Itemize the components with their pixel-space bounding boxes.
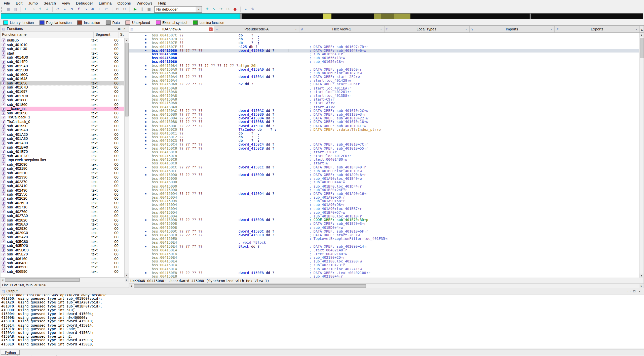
listing-line[interactable]: bss:004150C8; start↑w (129, 162, 643, 165)
functions-window-icon[interactable]: f (76, 6, 82, 12)
segments-icon[interactable]: ▭ (104, 6, 110, 12)
functions-titlebar[interactable]: ▤ Functions ▭ × (1, 26, 129, 32)
pause-process-icon[interactable]: ∥ (139, 6, 145, 12)
function-row[interactable]: fsub_402930.text00 (1, 227, 129, 231)
listing-line[interactable]: bss:004150A8?? ?? ?? ??n2 dd ?; DATA XRE… (129, 83, 643, 86)
function-row[interactable]: fsub_4014F0.text00 (1, 60, 129, 64)
tab-imports[interactable]: ↘Imports× (470, 26, 555, 32)
function-row[interactable]: fnullsub.text00 (1, 38, 129, 42)
maximize-button[interactable]: □ (632, 289, 637, 293)
debugger-select[interactable]: No debugger ▾ (154, 6, 202, 13)
toolbar-grip[interactable] (1, 7, 3, 12)
listing-line[interactable]: bss:004150A4; start:loc_401428↑w (129, 79, 643, 83)
listing-line[interactable]: bss:004150D0; sub_401BF0:loc_401DF4↑r (129, 184, 643, 188)
listing-line[interactable]: bss:0041507D??db ? ; (129, 37, 643, 41)
breakpoint-icon[interactable]: ● (232, 6, 238, 12)
undo-icon[interactable]: ↺ (114, 6, 121, 12)
function-row[interactable]: fsub_401656.text00 (1, 81, 129, 85)
function-row[interactable]: fsub_405C80.text00 (1, 239, 129, 244)
menu-file[interactable]: File (1, 0, 13, 6)
save-desktop-icon[interactable]: ▦ (5, 6, 12, 12)
run-until-return-icon[interactable]: ↦ (225, 6, 231, 12)
listing-line[interactable]: bss:004150D4; sub_401A90+68↑r (129, 199, 643, 203)
function-row[interactable]: fsub_402760.text00 (1, 209, 129, 214)
function-row[interactable]: fsub_402180.text00 (1, 167, 129, 171)
function-row[interactable]: fsub_401697.text00 (1, 90, 129, 94)
function-row[interactable]: fsub_401010.text00 (1, 42, 129, 47)
function-row[interactable]: fsub_402370.text00 (1, 180, 129, 184)
listing-line[interactable]: bss:004150A8; start:loc_4013D8↑r (129, 94, 643, 98)
listing-line[interactable]: bss:004150C8?? ?? ?? ??dword_4150C8 dd ?… (129, 147, 643, 150)
listing-line[interactable]: bss:004150C2??db ? ; (129, 135, 643, 139)
scroll-left-icon[interactable]: ◀ (1, 278, 5, 282)
listing-line[interactable]: bss:004150CC; sub_401BF0:loc_401C10↑w (129, 169, 643, 173)
listing-line[interactable]: bss:004150AC?? ?? ?? ??dword_4150AC dd ?… (129, 109, 643, 113)
function-row[interactable]: fsub_402A20.text00 (1, 235, 129, 239)
scrollbar-thumb[interactable] (640, 38, 644, 58)
listing-line[interactable]: bss:004150A8; start:loc_401201↑r (129, 90, 643, 94)
listing-line[interactable]: bss:004150D4; sub_401A90:loc_401BB7↑r (129, 207, 643, 211)
search-next-icon[interactable]: » (62, 6, 68, 12)
listing-line[interactable]: bss:004150DC?? ?? ?? ??dword_4150DC dd ?… (129, 230, 643, 233)
scrollbar-thumb[interactable] (5, 278, 80, 282)
listing-line[interactable]: bss:004150B8?? ?? ?? ??dword_4150B8 dd ?… (129, 120, 643, 124)
menu-options[interactable]: Options (115, 0, 134, 6)
listing-line[interactable]: bss:004150E4?? ?? ?? ??Block dd ?; DATA … (129, 245, 643, 248)
close-button[interactable]: × (122, 26, 127, 31)
tab-python[interactable]: Python (1, 350, 20, 355)
listing-line[interactable]: bss:004150D0?? ?? ?? ??dword_4150D0 dd ?… (129, 173, 643, 177)
listing-line[interactable]: bss:004150D0; sub_401A90:loc_401B40↑w (129, 177, 643, 181)
menu-debugger[interactable]: Debugger (73, 0, 96, 6)
listing-line[interactable]: bss:004150C8; .text:004014B0↑w (129, 158, 643, 162)
windows-list-icon[interactable]: ▤ (12, 6, 19, 12)
function-row[interactable]: fsub_401A30.text00 (1, 137, 129, 141)
column-start[interactable]: St (119, 32, 129, 38)
listing-line[interactable]: bss:004150A4?? ?? ?? ??dword_4150A4 dd ?… (129, 75, 643, 79)
tab-ida-view-a[interactable]: ▤IDA View-A× (129, 26, 214, 32)
function-row[interactable]: fsub_402490.text00 (1, 188, 129, 192)
tab-close-icon[interactable]: × (294, 27, 298, 31)
tab-close-icon[interactable]: × (634, 27, 638, 31)
tab-close-icon[interactable]: × (379, 27, 383, 31)
listing-line[interactable]: bss:004150C3??db ? ; (129, 139, 643, 143)
jump-down-icon[interactable]: ↓ (44, 6, 50, 12)
listing-line[interactable]: bss:004150D8; sub_401ED0+4↑w (129, 226, 643, 230)
python-console-icon[interactable]: » (243, 6, 249, 12)
function-row[interactable]: fsub_401860.text00 (1, 102, 129, 107)
function-row[interactable]: fsub_402550.text00 (1, 192, 129, 197)
function-row[interactable]: fsub_401648.text00 (1, 77, 129, 81)
listing-line[interactable]: bss:004150C4?? ?? ?? ??dword_4150C4 dd ?… (129, 143, 643, 147)
menu-help[interactable]: Help (155, 0, 169, 6)
dropdown-arrow-icon[interactable]: ▾ (196, 6, 202, 12)
step-over-icon[interactable]: ↷ (218, 6, 224, 12)
listing-line[interactable]: bss:004150E4; sub_402210+73↑r (129, 263, 643, 267)
listing-line[interactable]: bss:004150E4; sub_402180+2D↑r (129, 256, 643, 260)
function-row[interactable]: fsub_401BF0.text00 (1, 145, 129, 149)
jump-forward-icon[interactable]: → (30, 6, 36, 12)
function-row[interactable]: fsub_405E70.text00 (1, 252, 129, 256)
menu-edit[interactable]: Edit (13, 0, 25, 6)
listing-line[interactable]: bss:004150D4; sub_401BF0+57↑w (129, 211, 643, 214)
jump-back-icon[interactable]: ← (23, 6, 29, 12)
scrollbar-thumb[interactable] (125, 43, 129, 117)
tab-exports[interactable]: ↗Exports× (555, 26, 640, 32)
listing-line[interactable]: bss:004150D4?? ?? ?? ??dword_4150D4 dd ?… (129, 192, 643, 196)
function-row[interactable]: fsub_40167D.text00 (1, 85, 129, 90)
listing-line[interactable]: bss:0041507F??n125 db ?; DATA XREF: sub_… (129, 45, 643, 49)
function-row[interactable]: fsub_402820.text00 (1, 218, 129, 222)
scroll-left-icon[interactable]: ◀ (129, 284, 133, 288)
console-input[interactable] (0, 346, 644, 348)
menu-lumina[interactable]: Lumina (96, 0, 115, 6)
listing-line[interactable]: bss:004150D4; sub_401A90+D8↑r (129, 203, 643, 207)
listing-line[interactable]: bss:004150C8; start-330↑r (129, 150, 643, 154)
column-function-name[interactable]: Function name (1, 32, 94, 38)
function-row[interactable]: fsub_4027A0.text00 (1, 214, 129, 218)
listing-line[interactable]: bss:004150A8; start:loc_4011EA↑r (129, 86, 643, 90)
functions-hscrollbar[interactable]: ◀ ▶ (1, 277, 129, 282)
listing-line[interactable]: bss:0041507C??db ? ; (129, 34, 643, 37)
jump-up-icon[interactable]: ↑ (37, 6, 43, 12)
function-row[interactable]: fsub_406590.text00 (1, 269, 129, 274)
enums-icon[interactable]: E (97, 6, 103, 12)
listing-line[interactable]: bss:00415080; sub_401656+18↑r (129, 60, 643, 64)
function-row[interactable]: fsub_402210.text00 (1, 171, 129, 175)
